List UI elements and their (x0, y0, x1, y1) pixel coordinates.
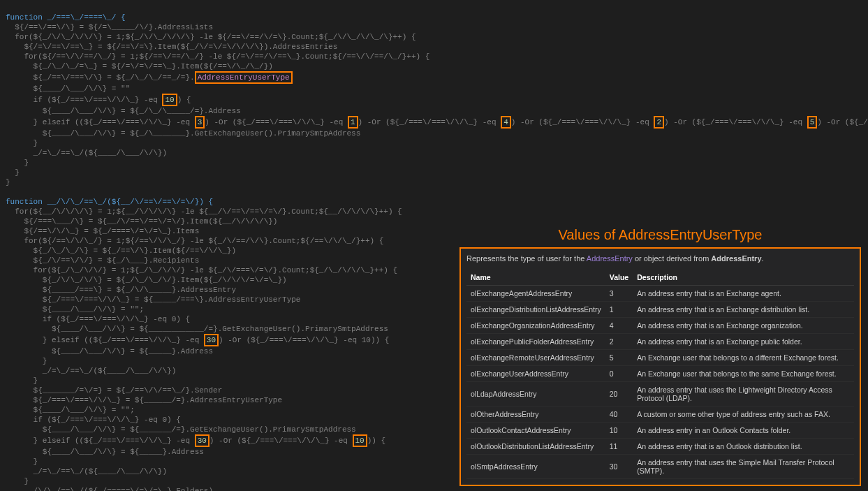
highlight-1: 1 (348, 116, 358, 129)
enum-desc: An address entry that is an Exchange dis… (633, 302, 854, 318)
code-line: ${____/\___/\/\} = ${____________/=}.Get… (6, 325, 388, 333)
highlight-2: 2 (654, 116, 664, 129)
code-line: function __/\/\_/==\_/(${__/\/==\/==\/=\… (6, 198, 213, 206)
enum-name: olOtherAddressEntry (466, 406, 605, 423)
panel-title: Values of AddressEntryUserType (459, 227, 861, 243)
enum-value: 30 (605, 455, 633, 479)
code-line: ${_/\/==\/\/} = ${_/\___}.Recipients (6, 256, 199, 265)
code-line: } (6, 357, 47, 365)
enum-desc: An address entry that uses the Lightweig… (633, 382, 854, 406)
code-line: for(${_/\_/\/\/} = 1;${_/\_/\/\/} -le ${… (6, 266, 397, 274)
code-line: ${/==\/==\/\} = ${/=\_____/\/}.AddressLi… (6, 23, 213, 31)
code-line: _/=\_/==\_/(${____/\___/\/\}) (6, 367, 176, 375)
enum-desc: An address entry that uses the Simple Ma… (633, 455, 854, 479)
enum-value: 40 (605, 406, 633, 423)
enum-name: olExchangeUserAddressEntry (466, 366, 605, 382)
enum-desc: A custom or some other type of address e… (633, 406, 854, 423)
code-line: ${/===\___/\} = ${__/\/==\/==\/=\/}.Item… (6, 217, 277, 226)
table-row: olOutlookDistributionListAddressEntry11A… (466, 439, 854, 455)
highlight-30-b: 30 (195, 434, 209, 447)
highlight-10: 10 (162, 94, 177, 106)
code-line: } elseif ((${_/===\/===\/\/\_} -eq 3) -O… (6, 118, 868, 126)
enum-value: 11 (605, 439, 633, 455)
highlight-4: 4 (501, 116, 511, 129)
code-line: if (${_/===\/===\/\/\_} -eq 0) { (6, 315, 190, 323)
enum-value: 0 (605, 366, 633, 382)
code-line: for(${/==\/\/==/\_/} = 1;${/==\/==/\_/} … (6, 52, 429, 61)
enum-name: olExchangeOrganizationAddressEntry (466, 318, 605, 334)
code-line: ${_/\_/\_/\} = ${_/==\/\}.Item(${/==\/\/… (6, 247, 236, 255)
code-line: } (6, 168, 20, 177)
code-line: for(${__/\/\/\/\} = 1;${__/\/\/\/\} -le … (6, 207, 402, 216)
code-line: ${_____/===\} = ${_/\/\_____}.AddressEnt… (6, 286, 236, 294)
table-row: olExchangePublicFolderAddressEntry2An ad… (466, 334, 854, 350)
code-line: ${_/\/\_/\/\} = ${_/\_/\_/\/}.Item(${_/\… (6, 276, 287, 284)
code-line: for(${_/\/\_/\/\/\} = 1;${_/\/\_/\/\/\} … (6, 33, 416, 41)
highlight-addressentryusertype: AddressEntryUserType (195, 71, 293, 84)
code-line: ${_/===\/===\/\/\_} = ${______/=}.Addres… (6, 396, 282, 404)
highlight-30: 30 (204, 334, 219, 346)
code-line: if (${_/===\/===\/\/\_} -eq 10) { (6, 96, 191, 104)
enum-name: olExchangeDistributionListAddressEntry (466, 302, 605, 318)
th-value: Value (605, 270, 633, 286)
code-line: if (${_/===\/===\/\/\_} -eq 0) { (6, 416, 181, 424)
th-name: Name (466, 270, 605, 286)
enum-desc: An address entry in an Outlook Contacts … (633, 423, 854, 439)
enum-value: 2 (605, 334, 633, 350)
code-line: ${/==\/\/\_} = ${_/====\/=\/=\_}.Items (6, 227, 199, 235)
enum-name: olOutlookContactAddressEntry (466, 423, 605, 439)
code-line: } (6, 477, 29, 485)
code-line: ${_______/=\/=} = ${_/==\/\/==\_/}.Sende… (6, 386, 222, 395)
code-line: ${_/\_/\_/=\_} = ${/=\/=\/==\_}.Item(${/… (6, 62, 273, 71)
code-line: } (6, 376, 38, 385)
code-line: ${____/\___/\/\} = ${_/\_______}.GetExch… (6, 129, 360, 138)
enum-value: 3 (605, 286, 633, 302)
code-line: for(${/==\/\/\_/} = 1;${/==\/\/\_/} -le … (6, 237, 383, 245)
code-line: _/=\_/==\_/(${____/\___/\/\}) (6, 149, 167, 157)
code-line: ${____/\___/\/\} = ""; (6, 305, 144, 314)
code-line: __/\/\_/==\_/(${_/=====\/=\/=\_}.Folders… (6, 487, 213, 491)
enum-table: Name Value Description olExchangeAgentAd… (466, 270, 854, 479)
addressentry-link[interactable]: AddressEntry (587, 254, 633, 263)
enum-name: olExchangeAgentAddressEntry (466, 286, 605, 302)
code-line: } (6, 178, 10, 186)
highlight-3: 3 (195, 116, 205, 129)
info-panel: Values of AddressEntryUserType Represent… (459, 227, 861, 486)
enum-desc: An address entry that is an Outlook dist… (633, 439, 854, 455)
enum-value: 10 (605, 423, 633, 439)
th-desc: Description (633, 270, 854, 286)
table-row: olOutlookContactAddressEntry10An address… (466, 423, 854, 439)
code-line: } (6, 457, 38, 466)
panel-box: Represents the type of user for the Addr… (459, 247, 861, 486)
table-row: olExchangeUserAddressEntry0An Exchange u… (466, 366, 854, 382)
enum-desc: An address entry that is an Exchange pub… (633, 334, 854, 350)
code-line: } elseif ((${_/===\/===\/\/\_} -eq 30) -… (6, 336, 389, 344)
enum-value: 20 (605, 382, 633, 406)
table-row: olOtherAddressEntry40A custom or some ot… (466, 406, 854, 423)
table-row: olLdapAddressEntry20An address entry tha… (466, 382, 854, 406)
table-row: olExchangeDistributionListAddressEntry1A… (466, 302, 854, 318)
enum-name: olSmtpAddressEntry (466, 455, 605, 479)
code-line: ${____/\___/\/\} = ${_____}.Address (6, 347, 213, 356)
code-line: } (6, 159, 29, 167)
highlight-10-b: 10 (353, 434, 367, 447)
enum-desc: An address entry that is an Exchange org… (633, 318, 854, 334)
code-line: ${____/\___/\/\} = "" (6, 85, 130, 93)
table-row: olExchangeOrganizationAddressEntry4An ad… (466, 318, 854, 334)
code-line: } elseif ((${_/===\/===\/\/\_} -eq 30) -… (6, 437, 385, 445)
enum-desc: An Exchange user that belongs to a diffe… (633, 350, 854, 366)
enum-value: 1 (605, 302, 633, 318)
code-line: ${____/\___/\/\} = ""; (6, 406, 135, 414)
code-line: ${____/\___/\/\} = ${_/\_/\_____/=}.Addr… (6, 107, 241, 115)
table-row: olSmtpAddressEntry30An address entry tha… (466, 455, 854, 479)
code-line: ${____/\___/\/\} = ${_______/=}.GetExcha… (6, 425, 356, 434)
code-line: ${/=\/==\/==\_} = ${/==\/=\}.Item(${_/\/… (6, 43, 337, 51)
enum-desc: An Exchange user that belongs to the sam… (633, 366, 854, 382)
enum-name: olExchangePublicFolderAddressEntry (466, 334, 605, 350)
table-row: olExchangeRemoteUserAddressEntry5An Exch… (466, 350, 854, 366)
highlight-5: 5 (807, 116, 818, 129)
code-line: } (6, 139, 38, 147)
enum-name: olLdapAddressEntry (466, 382, 605, 406)
enum-name: olOutlookDistributionListAddressEntry (466, 439, 605, 455)
enum-value: 4 (605, 318, 633, 334)
